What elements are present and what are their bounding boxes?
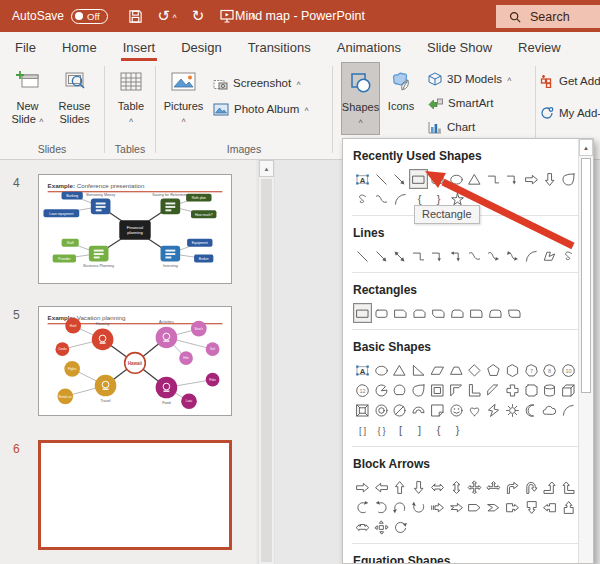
shape-bent[interactable] <box>503 477 522 497</box>
shape-curved[interactable] <box>466 246 485 266</box>
shape-callout-l[interactable] <box>541 497 560 517</box>
shape-freeform[interactable] <box>541 246 560 266</box>
shape-lightning[interactable] <box>484 400 503 420</box>
shape-uturn[interactable] <box>522 477 541 497</box>
shape-oval[interactable] <box>372 360 391 380</box>
shape-elbowarrow[interactable] <box>428 246 447 266</box>
autosave-control[interactable]: AutoSave Off <box>12 9 108 24</box>
shape-line[interactable] <box>353 246 372 266</box>
shape-elbow[interactable] <box>409 246 428 266</box>
shape-elbowarrow[interactable] <box>503 169 522 189</box>
3d-models-button[interactable]: 3D Models ˄ <box>428 70 512 88</box>
shape-barrow-up[interactable] <box>391 477 410 497</box>
redo-icon[interactable]: ↻ <box>192 7 205 25</box>
shape-callout-lr[interactable] <box>353 517 372 537</box>
shape-callout-quad[interactable] <box>372 517 391 537</box>
shape-snip1[interactable] <box>391 303 410 323</box>
shape-barrow-ud[interactable] <box>447 477 466 497</box>
shape-roundrect[interactable] <box>428 169 447 189</box>
tab-insert[interactable]: Insert <box>123 40 156 55</box>
scrollbar-thumb[interactable] <box>261 179 272 562</box>
tab-animations[interactable]: Animations <box>337 40 401 55</box>
undo-icon[interactable]: ↺˄ <box>158 7 177 25</box>
shape-striped[interactable] <box>428 497 447 517</box>
shape-foldedcorner[interactable] <box>428 400 447 420</box>
shape-cube[interactable] <box>559 380 578 400</box>
shape-decagon[interactable]: 10 <box>559 360 578 380</box>
shape-cross[interactable] <box>503 380 522 400</box>
shape-bracket-l[interactable]: [ <box>391 420 410 440</box>
shape-teardrop[interactable] <box>409 380 428 400</box>
shape-halfframe[interactable] <box>447 380 466 400</box>
shape-arrow[interactable] <box>391 169 410 189</box>
shape-lshape[interactable] <box>466 380 485 400</box>
shape-smiley[interactable] <box>447 400 466 420</box>
shape-dblbrace[interactable]: { } <box>372 420 391 440</box>
save-icon[interactable] <box>128 9 143 24</box>
shape-curved-d[interactable] <box>409 497 428 517</box>
shape-notched[interactable] <box>447 497 466 517</box>
slide-panel-scrollbar[interactable]: ▲ <box>258 160 275 564</box>
smartart-button[interactable]: SmartArt <box>428 94 512 112</box>
shape-barrow-quad[interactable] <box>466 477 485 497</box>
shape-bentup[interactable] <box>541 477 560 497</box>
shape-elbow[interactable] <box>484 169 503 189</box>
shape-scribble[interactable] <box>353 189 372 209</box>
shape-rounddiag[interactable] <box>505 303 524 323</box>
screenshot-button[interactable]: Screenshot˄ <box>213 74 309 92</box>
shape-curved-u[interactable] <box>391 497 410 517</box>
dropdown-scroll-up-icon[interactable]: ▲ <box>579 139 593 156</box>
shape-circular[interactable] <box>391 517 410 537</box>
shape-bentup2[interactable] <box>559 477 578 497</box>
shape-parallelogram[interactable] <box>428 360 447 380</box>
shape-roundrect[interactable] <box>372 303 391 323</box>
shape-blockarc[interactable] <box>409 400 428 420</box>
shape-callout-r[interactable] <box>503 497 522 517</box>
shape-pentarrow[interactable] <box>466 497 485 517</box>
shape-dodecagon[interactable]: 12 <box>353 380 372 400</box>
shape-round2[interactable] <box>486 303 505 323</box>
search-box[interactable]: Search <box>496 5 600 28</box>
shape-heart[interactable] <box>466 400 485 420</box>
shape-callout-u[interactable] <box>559 497 578 517</box>
shape-barrow-left[interactable] <box>372 477 391 497</box>
shape-brace-r[interactable]: } <box>448 420 467 440</box>
shape-octagon[interactable]: 8 <box>541 360 560 380</box>
shape-hexagon[interactable] <box>503 360 522 380</box>
shape-chord[interactable] <box>391 380 410 400</box>
new-slide-button[interactable]: New Slide ˄ <box>4 62 51 143</box>
dropdown-scrollbar-thumb[interactable] <box>581 158 591 393</box>
shape-can[interactable] <box>541 380 560 400</box>
slide-thumbnail-4[interactable]: Example: Conference presentationBorrowin… <box>38 174 232 284</box>
shape-curved[interactable] <box>372 189 391 209</box>
shape-brace-l[interactable]: { <box>429 420 448 440</box>
shape-curvedarrow[interactable] <box>484 246 503 266</box>
shape-cloud[interactable] <box>541 400 560 420</box>
slide-thumbnail-6[interactable] <box>38 440 232 550</box>
tab-file[interactable]: File <box>15 40 36 55</box>
shape-moon[interactable] <box>522 400 541 420</box>
shape-snipdiag[interactable] <box>429 303 448 323</box>
shape-arc[interactable] <box>522 246 541 266</box>
shape-chevron[interactable] <box>484 497 503 517</box>
shape-rect[interactable] <box>353 303 372 323</box>
shape-barrow-lru[interactable] <box>484 477 503 497</box>
shape-oval[interactable] <box>447 169 466 189</box>
shape-rect[interactable] <box>409 169 428 189</box>
shape-textbox[interactable]: A <box>353 169 372 189</box>
tab-review[interactable]: Review <box>518 40 561 55</box>
tab-slide-show[interactable]: Slide Show <box>427 40 492 55</box>
shape-donut[interactable] <box>372 400 391 420</box>
photo-album-button[interactable]: Photo Album ˄ <box>213 100 309 118</box>
shape-nosymbol[interactable] <box>391 400 410 420</box>
shape-dblarrow[interactable] <box>391 246 410 266</box>
shape-curved-r[interactable] <box>353 497 372 517</box>
shape-round1[interactable] <box>467 303 486 323</box>
shape-barrow-right[interactable] <box>522 169 541 189</box>
shape-arcshape[interactable] <box>559 400 578 420</box>
shape-elbowdbl[interactable] <box>447 246 466 266</box>
tab-transitions[interactable]: Transitions <box>248 40 311 55</box>
shape-barrow-lr[interactable] <box>428 477 447 497</box>
shape-snip2[interactable] <box>410 303 429 323</box>
reuse-slides-button[interactable]: Reuse Slides <box>51 62 98 143</box>
